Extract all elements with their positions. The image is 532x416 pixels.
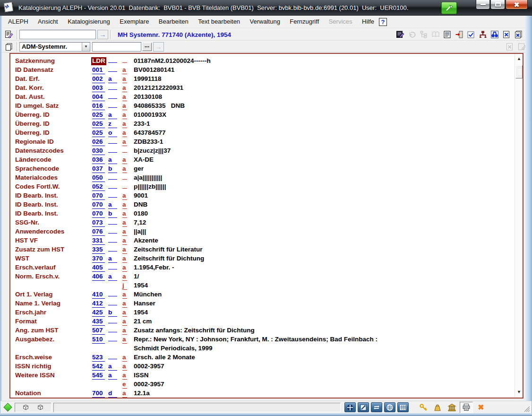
field-subfield-code[interactable] <box>122 56 134 65</box>
maximize-button[interactable] <box>490 0 505 9</box>
menu-item[interactable]: Text bearbeiten <box>194 16 244 28</box>
field-indicators[interactable] <box>108 380 122 389</box>
field-indicators[interactable]: a <box>108 74 122 83</box>
field-tag[interactable]: 052 <box>92 182 108 191</box>
field-tag[interactable]: 004 <box>92 92 108 101</box>
menu-item[interactable]: Hilfe <box>358 16 378 28</box>
menu-item[interactable]: Exemplare <box>116 16 153 28</box>
field-indicators[interactable] <box>108 263 122 272</box>
system-number-input[interactable] <box>92 42 141 52</box>
field-indicators[interactable] <box>108 227 122 236</box>
record-field-row[interactable]: Codes Fortl.W. 052 p||||||zb|||||| <box>15 182 523 191</box>
field-value[interactable]: 1.1954,Febr. - <box>134 263 467 272</box>
edit-new-record-icon[interactable] <box>3 29 15 40</box>
field-indicators[interactable] <box>108 299 122 308</box>
field-subfield-code[interactable]: a <box>122 110 134 119</box>
field-indicators[interactable] <box>108 182 122 191</box>
field-subfield-code[interactable]: a <box>122 317 134 326</box>
field-indicators[interactable]: b <box>108 308 122 317</box>
field-indicators[interactable]: b <box>108 398 122 399</box>
record-field-row[interactable]: Zusatz zum HST 335 a Zeitschrift für Lit… <box>15 245 523 254</box>
field-value[interactable]: 01187nM2.01200024------h <box>134 56 467 65</box>
field-subfield-code[interactable]: a <box>122 389 134 398</box>
field-subfield-code[interactable]: a <box>122 263 134 272</box>
field-tag[interactable]: 030 <box>92 146 108 155</box>
record-field-row[interactable]: Dat. Korr. 003 a 20121212220931 <box>15 83 523 92</box>
scrollbar-thumb[interactable] <box>515 65 523 78</box>
marc-edit-icon[interactable] <box>358 402 369 412</box>
field-value[interactable]: ||a||| <box>134 227 467 236</box>
field-tag[interactable]: 070 <box>92 191 108 200</box>
field-subfield-code[interactable]: a <box>122 371 134 380</box>
field-value[interactable]: 0180 <box>134 209 467 218</box>
field-tag[interactable]: 025 <box>92 128 108 137</box>
field-tag[interactable]: 026 <box>92 137 108 146</box>
more-options-button[interactable]: ... <box>142 43 152 51</box>
field-value[interactable]: DNB <box>134 200 467 209</box>
menu-item[interactable]: Verwaltung <box>246 16 284 28</box>
field-subfield-code[interactable]: j <box>122 281 134 290</box>
record-field-row[interactable]: Notation 700 b a 150 - 200 <box>15 398 523 399</box>
field-subfield-code[interactable]: a <box>122 191 134 200</box>
record-field-row[interactable]: WST 370 a a Zeitschrift für Dichtung <box>15 254 523 263</box>
record-field-row[interactable]: Ersch.jahr 425 b a 1954 <box>15 308 523 317</box>
minimize-button[interactable] <box>476 0 490 9</box>
field-indicators[interactable]: a <box>108 155 122 164</box>
field-subfield-code[interactable]: a <box>122 398 134 399</box>
field-subfield-code[interactable]: a <box>122 209 134 218</box>
field-value[interactable]: Zusatz anfangs: Zeitschrift für Dichtung <box>134 326 467 335</box>
record-field-row[interactable]: Ersch.verlauf 405 a 1.1954,Febr. - <box>15 263 523 272</box>
record-field-row[interactable]: Überreg. ID 025 z a 233-1 <box>15 119 523 128</box>
field-subfield-code[interactable] <box>122 173 134 182</box>
chevron-down-icon[interactable]: ▼ <box>82 43 90 51</box>
field-subfield-code[interactable] <box>122 146 134 155</box>
field-indicators[interactable] <box>108 290 122 299</box>
field-tag[interactable]: 003 <box>92 83 108 92</box>
field-indicators[interactable] <box>108 56 122 65</box>
field-tag[interactable]: 507 <box>92 326 108 335</box>
record-field-row[interactable]: ISSN richtig 542 a a 0002-3957 <box>15 362 523 371</box>
field-subfield-code[interactable]: a <box>122 326 134 335</box>
edit-record-icon[interactable] <box>395 29 406 40</box>
undo-icon[interactable] <box>406 29 418 40</box>
record-field-row[interactable]: Ersch.weise 523 a Ersch. alle 2 Monate <box>15 353 523 362</box>
field-indicators[interactable] <box>108 236 122 245</box>
derive-record-icon[interactable] <box>477 29 489 40</box>
field-value[interactable]: Ersch. alle 2 Monate <box>134 353 467 362</box>
field-tag[interactable]: 073 <box>92 218 108 227</box>
resize-grip[interactable] <box>523 406 530 412</box>
field-tag[interactable]: 016 <box>92 101 108 110</box>
record-field-row[interactable]: ID Bearb. Inst. 070 a 9001 <box>15 191 523 200</box>
close-x-icon[interactable]: ✖ <box>475 402 487 413</box>
record-field-row[interactable]: Datensatzcodes 030 b|zucz|z|||37 <box>15 146 523 155</box>
field-value[interactable]: 20130108 <box>134 92 467 101</box>
field-tag[interactable] <box>92 281 108 290</box>
record-field-row[interactable]: Ausgabebez. 510 a Repr.: New York, NY : … <box>15 335 523 353</box>
field-value[interactable]: XA-DE <box>134 155 467 164</box>
move-icon[interactable] <box>344 402 356 412</box>
field-value[interactable]: 19991118 <box>134 74 467 83</box>
field-tag[interactable]: 700 <box>92 389 108 398</box>
field-indicators[interactable] <box>108 326 122 335</box>
field-value[interactable]: 7,12 <box>134 218 467 227</box>
record-field-row[interactable]: Norm. Ersch.v. 406 a a 1/ <box>15 272 523 281</box>
field-tag[interactable]: 410 <box>92 290 108 299</box>
field-indicators[interactable]: a <box>108 371 122 380</box>
record-field-row[interactable]: Überreg. ID 025 a a 01000193X <box>15 110 523 119</box>
record-field-row[interactable]: Notation 700 d a 12.1a <box>15 389 523 398</box>
field-value[interactable]: 643784577 <box>134 128 467 137</box>
scroll-down-arrow-icon[interactable]: ▼ <box>515 390 523 394</box>
field-value[interactable]: ISSN <box>134 371 467 380</box>
field-indicators[interactable] <box>108 191 122 200</box>
field-tag[interactable]: 510 <box>92 335 108 344</box>
field-value[interactable]: 21 cm <box>134 317 467 326</box>
field-indicators[interactable] <box>108 218 122 227</box>
record-field-row[interactable]: Format 435 a 21 cm <box>15 317 523 326</box>
field-indicators[interactable] <box>108 353 122 362</box>
close-record-exit-icon[interactable] <box>454 29 465 40</box>
field-value[interactable]: 940865335 DNB <box>134 101 467 110</box>
field-tag[interactable]: 545 <box>92 371 108 380</box>
field-value[interactable]: BV001280141 <box>134 65 467 74</box>
field-subfield-code[interactable]: a <box>122 236 134 245</box>
field-subfield-code[interactable]: a <box>122 362 134 371</box>
